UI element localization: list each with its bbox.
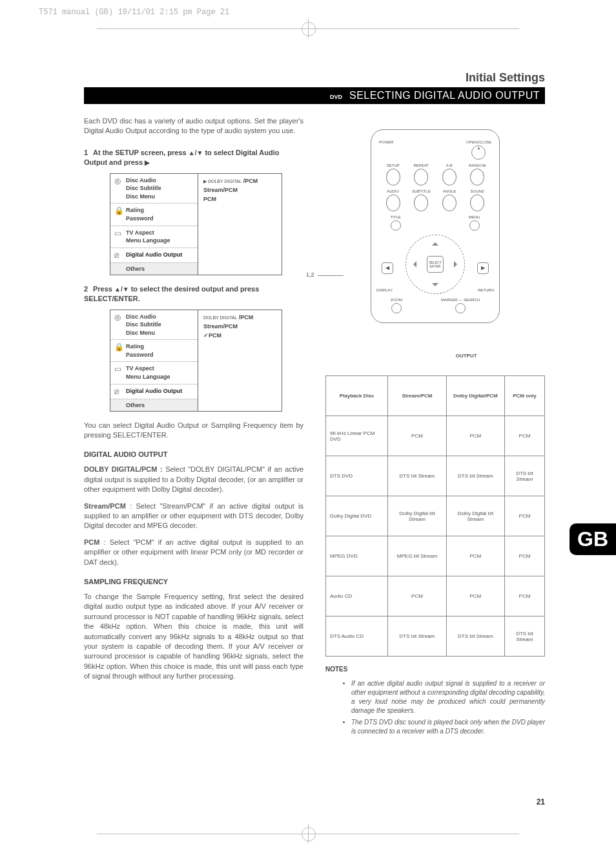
table-col-stream: Stream/PCM — [388, 376, 446, 416]
table-row: MPEG DVDMPEG bit StreamPCMPCM — [326, 536, 545, 576]
table-row: DTS DVDDTS bit StreamDTS bit StreamDTS b… — [326, 456, 545, 496]
table-output-header: OUTPUT — [388, 336, 545, 376]
setup-button-icon — [386, 169, 400, 185]
gb-language-tab: GB — [570, 523, 616, 555]
osd-group-audio: ⎚Digital Audio Output — [110, 248, 198, 263]
heading-dao: DIGITAL AUDIO OUTPUT — [84, 450, 303, 458]
right-side-button-icon: ▶ — [477, 262, 489, 274]
repeat-button-icon — [414, 169, 428, 185]
tv-icon: ▭ — [114, 364, 126, 381]
tv-icon: ▭ — [114, 229, 126, 245]
osd-group-disc: ◎Disc AudioDisc SubtitleDisc Menu — [110, 174, 198, 204]
osd-box-2: ◎Disc AudioDisc SubtitleDisc Menu 🔒Ratin… — [110, 310, 282, 412]
angle-button-icon — [442, 195, 457, 211]
disc-icon: ◎ — [114, 176, 126, 201]
table-row: DTS Audio CDDTS bit StreamDTS bit Stream… — [326, 616, 545, 657]
speaker-icon: ⎚ — [114, 251, 126, 260]
callout-12: 1,2 — [306, 271, 314, 278]
notes-heading: NOTES — [325, 666, 545, 673]
ab-button-icon — [442, 169, 457, 185]
marker-button-icon — [455, 303, 466, 313]
disc-icon: ◎ — [114, 313, 126, 337]
open-close-icon: ▲ — [471, 145, 486, 160]
left-side-button-icon: ◀ — [382, 262, 393, 274]
table-col-pcm: PCM only — [504, 376, 544, 416]
print-marks-top — [0, 22, 616, 35]
print-header: T571 manual (GB) 19/11/01 2:15 pm Page 2… — [39, 8, 229, 17]
step-2: 2Press ▲/▼ to select the desired output … — [84, 284, 303, 304]
speaker-icon: ⎚ — [114, 387, 126, 396]
menu-button-icon — [469, 220, 480, 231]
table-row: Dolby Digital DVDDolby Digital bit Strea… — [326, 496, 545, 536]
lock-icon: 🔒 — [114, 206, 126, 222]
note-item: The DTS DVD disc sound is played back on… — [351, 718, 545, 736]
subtitle-button-icon — [414, 195, 428, 211]
audio-button-icon — [386, 195, 400, 211]
osd-group-lock: 🔒RatingPassword — [110, 204, 198, 226]
section-bar: DVD SELECTING DIGITAL AUDIO OUTPUT — [84, 87, 545, 104]
select-note: You can select Digital Audio Output or S… — [84, 421, 303, 441]
intro-text: Each DVD disc has a variety of audio out… — [84, 116, 303, 136]
random-button-icon — [470, 169, 484, 185]
title-button-icon — [391, 220, 401, 231]
section-title: Initial Settings — [466, 71, 545, 85]
table-row: Audio CDPCMPCMPCM — [326, 576, 545, 616]
osd-others: Others — [110, 263, 198, 275]
osd-group-tv: ▭TV AspectMenu Language — [110, 226, 198, 248]
sf-text: To change the Sample Frequency setting, … — [84, 592, 303, 682]
sound-button-icon — [470, 195, 484, 211]
zoom-button-icon — [391, 303, 402, 313]
dvd-logo: DVD — [330, 94, 342, 100]
lock-icon: 🔒 — [114, 342, 126, 359]
table-row: 96 kHz Linear PCM DVDPCMPCMPCM — [326, 416, 545, 456]
heading-sf: SAMPLING FREQUENCY — [84, 578, 303, 585]
osd-values-1: ▶ DOLBY DIGITAL /PCM Stream/PCM PCM — [198, 174, 282, 275]
dao-pcm: PCM : Select "PCM" if an active digital … — [84, 538, 303, 567]
dao-stream: Stream/PCM : Select "Stream/PCM" if an a… — [84, 501, 303, 531]
page-number: 21 — [537, 797, 545, 806]
remote-diagram: POWER OPEN/CLOSE▲ SETUP REPEAT A-B RANDO… — [371, 129, 500, 323]
output-table: OUTPUT Playback Disc Stream/PCM Dolby Di… — [325, 336, 545, 657]
table-col-dolby: Dolby Digital/PCM — [446, 376, 504, 416]
print-marks-bottom — [0, 827, 616, 840]
osd-values-2: DOLBY DIGITAL /PCM Stream/PCM ✓PCM — [198, 310, 282, 411]
osd-box-1: ◎Disc AudioDisc SubtitleDisc Menu 🔒Ratin… — [110, 173, 282, 275]
dao-dolby: DOLBY DIGITAL/PCM : Select "DOLBY DIGITA… — [84, 465, 303, 494]
step-1: 1At the SETUP screen, press ▲/▼ to selec… — [84, 148, 303, 168]
dpad-icon: SELECT ENTER — [406, 235, 465, 294]
section-bar-text: SELECTING DIGITAL AUDIO OUTPUT — [349, 90, 540, 101]
note-item: If an active digital audio output signal… — [351, 679, 545, 715]
table-col-playback: Playback Disc — [326, 376, 388, 416]
notes-list: If an active digital audio output signal… — [325, 679, 545, 736]
